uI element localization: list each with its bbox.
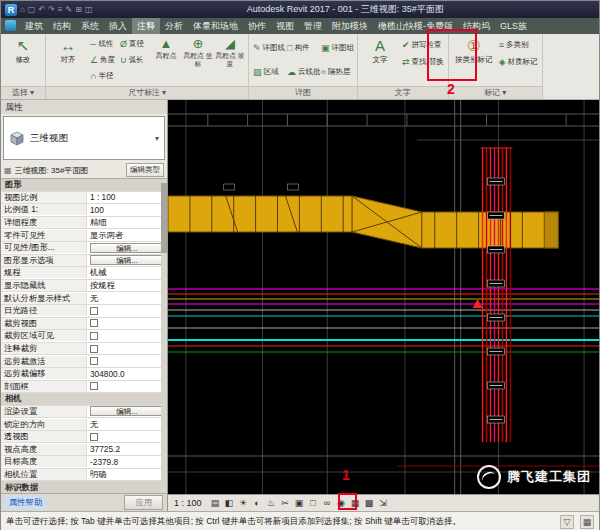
prop-value[interactable]: 304800.0 [87, 369, 167, 379]
app-menu-icon[interactable] [5, 20, 16, 31]
prop-value[interactable]: 按规程 [87, 280, 167, 291]
edit-button[interactable]: 编辑... [90, 255, 164, 265]
tab-structure[interactable]: 结构 [48, 18, 76, 34]
spot-elevation-button[interactable]: ▲ 高程点 [151, 36, 181, 60]
prop-value[interactable]: 明确 [87, 469, 167, 480]
linear-dimension-button[interactable]: ─线性 [89, 36, 119, 52]
diameter-dimension-button[interactable]: Ø直径 [119, 36, 149, 52]
multi-category-tag-button[interactable]: ≡多类别 [498, 36, 539, 53]
tab-manage[interactable]: 管理 [299, 18, 327, 34]
edit-type-button[interactable]: 编辑类型 [126, 163, 164, 177]
properties-help-link[interactable]: 属性帮助 [5, 496, 46, 509]
prop-group-header[interactable]: 相机 [1, 393, 167, 406]
revit-app-icon[interactable]: R [5, 4, 17, 16]
spot-coordinate-button[interactable]: ⊕ 高程点 坐标 [183, 36, 213, 67]
section-icon[interactable]: ⊞ [75, 2, 82, 18]
checkbox[interactable] [90, 332, 98, 340]
selection-toggle-icon[interactable]: ▦ [580, 515, 594, 529]
chevron-down-icon[interactable]: ▾ [155, 134, 159, 143]
open-icon[interactable]: ⌂ [20, 2, 25, 18]
tab-architecture[interactable]: 建筑 [20, 18, 48, 34]
tab-gls-family[interactable]: GLS族 [495, 18, 532, 34]
select-panel-label[interactable]: 选择 ▾ [1, 86, 45, 99]
crop-region-icon[interactable]: ▣ [293, 497, 306, 510]
properties-scrollbar[interactable] [161, 179, 167, 493]
component-button[interactable]: □构件 [286, 36, 320, 60]
radial-dimension-button[interactable]: ∩半径 [89, 68, 119, 84]
measure-icon[interactable]: ✎ [65, 2, 72, 18]
prop-row: 透视图 [1, 431, 167, 444]
lock-3d-view-icon[interactable]: □ [307, 497, 320, 510]
text-panel-label[interactable]: 文字 [358, 86, 448, 99]
apply-button[interactable]: 应用 [124, 495, 163, 510]
prop-value[interactable]: 机械 [87, 267, 167, 278]
dimension-panel-label[interactable]: 尺寸标注 ▾ [46, 86, 248, 99]
view-scale-control[interactable]: 1 : 100 [172, 498, 208, 508]
tab-insert[interactable]: 插入 [104, 18, 132, 34]
temporary-hide-isolate-icon[interactable]: ∞ [321, 497, 334, 510]
tag-panel-label[interactable]: 标记 ▾ [449, 86, 542, 99]
visual-style-icon[interactable]: ◧ [223, 497, 236, 510]
tab-addins[interactable]: 附加模块 [327, 18, 373, 34]
region-button[interactable]: ▨区域 [252, 60, 286, 84]
modify-button[interactable]: ↖ 修改 [4, 36, 42, 65]
undo-icon[interactable]: ↶ [38, 2, 45, 18]
detail-line-button[interactable]: ✎详图线 [252, 36, 286, 60]
detail-level-icon[interactable]: ▤ [209, 497, 222, 510]
tab-view[interactable]: 视图 [271, 18, 299, 34]
redo-icon[interactable]: ↷ [48, 2, 55, 18]
model-view[interactable] [168, 100, 599, 494]
tab-massing-site[interactable]: 体量和场地 [188, 18, 243, 34]
tab-collaborate[interactable]: 协作 [243, 18, 271, 34]
checkbox[interactable] [90, 345, 98, 353]
tab-annotate[interactable]: 注释 [132, 18, 160, 34]
select-panel: ↖ 修改 选择 ▾ [1, 34, 46, 99]
prop-group-header[interactable]: 图形 [1, 179, 167, 192]
edit-button[interactable]: 编辑... [90, 406, 164, 416]
arc-length-dimension-button[interactable]: ∪弧长 [119, 52, 149, 68]
text-button[interactable]: A 文字 [361, 36, 399, 65]
material-tag-button[interactable]: ◈材质标记 [498, 53, 539, 70]
prop-group-header[interactable]: 标识数据 [1, 481, 167, 493]
print-icon[interactable]: ≡ [58, 2, 63, 18]
shadows-icon[interactable]: ◐ [251, 497, 264, 510]
angular-dimension-button[interactable]: ∠角度 [89, 52, 119, 68]
dimension-panel: ↔ 对齐 ─线性 ∠角度 ∩半径 Ø直径 ∪弧长 ▲ 高程点 ⊕ 高程点 坐标 [46, 34, 249, 99]
checkbox[interactable] [90, 433, 98, 441]
spot-slope-button[interactable]: ◢ 高程点 坡度 [215, 36, 245, 67]
prop-value[interactable]: 精细 [87, 217, 167, 228]
drawing-area[interactable]: 腾飞建工集团 1 : 100 ▤ ◧ ☀ ◐ ♨ ✂ ▣ □ ∞ ◉ ▦ ▩ ⇲ [168, 100, 599, 511]
default-3d-view-icon[interactable]: ◫ [85, 2, 93, 18]
sun-path-icon[interactable]: ☀ [237, 497, 250, 510]
prop-value[interactable]: 1 : 100 [87, 192, 167, 202]
prop-value[interactable]: 显示两者 [87, 230, 167, 241]
properties-header[interactable]: 属性 [1, 100, 167, 114]
insulation-button[interactable]: ≈隔热层 [320, 60, 354, 84]
detail-panel-label[interactable]: 详图 [249, 86, 357, 99]
checkbox[interactable] [90, 357, 98, 365]
analytical-model-icon[interactable]: ▩ [363, 497, 376, 510]
prop-value[interactable]: 无 [87, 293, 167, 304]
detail-group-button[interactable]: ▣详图组 [320, 36, 354, 60]
prop-row: 锁定的方向无 [1, 418, 167, 431]
checkbox[interactable] [90, 319, 98, 327]
prop-value[interactable]: 无 [87, 419, 167, 430]
type-selector[interactable]: 三维视图 ▾ [3, 116, 165, 160]
displacement-icon[interactable]: ⇲ [377, 497, 390, 510]
filter-icon[interactable]: ▽ [560, 515, 574, 529]
prop-value[interactable]: -2379.8 [87, 457, 167, 467]
edit-button[interactable]: 编辑... [90, 243, 164, 253]
revision-cloud-icon: ☁ [287, 67, 296, 77]
tab-analyze[interactable]: 分析 [160, 18, 188, 34]
checkbox[interactable] [90, 382, 98, 390]
detail-group-icon: ▣ [321, 43, 330, 53]
crop-view-icon[interactable]: ✂ [279, 497, 292, 510]
checkbox[interactable] [90, 307, 98, 315]
aligned-dimension-button[interactable]: ↔ 对齐 [49, 36, 87, 65]
tab-systems[interactable]: 系统 [76, 18, 104, 34]
save-icon[interactable]: ▢ [28, 2, 36, 18]
prop-value[interactable]: 37725.2 [87, 444, 167, 454]
prop-value[interactable]: 100 [87, 205, 167, 215]
render-dialog-icon[interactable]: ♨ [265, 497, 278, 510]
revision-cloud-button[interactable]: ☁云线批注 [286, 60, 320, 84]
